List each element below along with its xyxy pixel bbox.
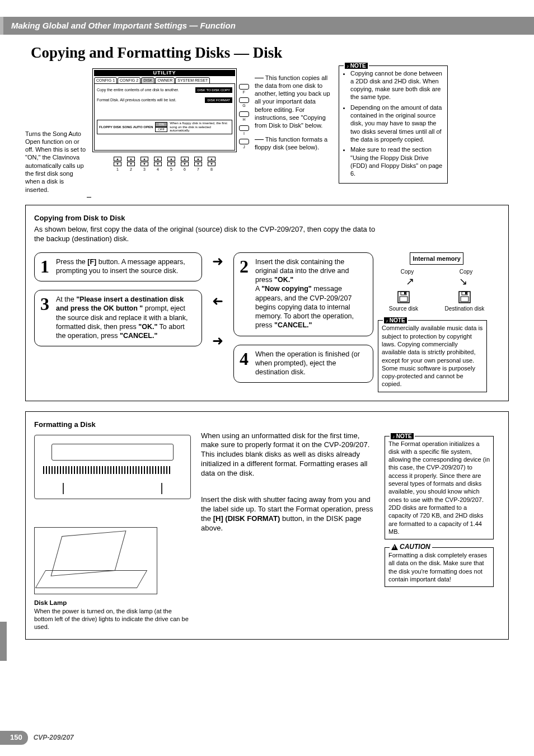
function-descriptions: This function copies all the data from o…	[255, 68, 333, 157]
tab-system-reset[interactable]: SYSTEM RESET	[175, 77, 210, 84]
btn-3-up[interactable]: ▲	[140, 157, 148, 161]
svg-rect-7	[461, 297, 469, 302]
flow-arrows	[207, 252, 229, 350]
btn-1-down[interactable]: ▼	[114, 162, 121, 166]
copy-section-intro: As shown below, first copy the data of t…	[34, 225, 381, 244]
btn-2-down[interactable]: ▼	[127, 162, 135, 166]
btn-1-up[interactable]: ▲	[114, 157, 121, 161]
piano-illustration	[34, 435, 191, 499]
caution-text: Formatting a disk completely erases all …	[388, 551, 490, 583]
source-disk-label: Source disk	[389, 305, 418, 312]
step-3: 3 At the "Please insert a destination di…	[34, 290, 202, 346]
btn-2-up[interactable]: ▲	[127, 157, 135, 161]
disk-format-desc: Format Disk. All previous contents will …	[97, 98, 176, 102]
disk-copy-desc: Copy the entire contents of one disk to …	[97, 88, 179, 92]
btn-6-up[interactable]: ▲	[181, 157, 189, 161]
auto-open-label: FLOPPY DISK SONG AUTO OPEN	[99, 125, 153, 129]
page-number: 150	[0, 731, 28, 745]
disk-to-disk-copy-button[interactable]: DISK TO DISK COPY	[195, 87, 232, 93]
caution-box: CAUTION Formatting a disk completely era…	[385, 547, 494, 587]
copy-section-title: Copying from Disk to Disk	[34, 214, 502, 223]
note-item: Make sure to read the section "Using the…	[350, 145, 444, 177]
side-button-f[interactable]	[239, 84, 249, 90]
btn-4-up[interactable]: ▲	[154, 157, 162, 161]
tab-config2[interactable]: CONFIG 2	[118, 77, 140, 84]
tab-owner[interactable]: OWNER	[155, 77, 175, 84]
disk-lamp-title: Disk Lamp	[34, 599, 191, 607]
auto-open-on[interactable]: ON	[155, 122, 167, 127]
copy-label: Copy	[401, 268, 414, 275]
note-box-top: ♪ NOTE Copying cannot be done between a …	[339, 65, 448, 184]
note-box-format: ♪ NOTE The Format operation initializes …	[385, 436, 494, 540]
btn-7-down[interactable]: ▼	[194, 162, 202, 166]
arrow-up-icon: ↗	[406, 275, 414, 288]
svg-rect-6	[465, 292, 467, 294]
btn-5-up[interactable]: ▲	[167, 157, 175, 161]
side-button-g[interactable]	[239, 97, 249, 103]
svg-rect-2	[404, 292, 406, 294]
step-number: 1	[40, 257, 51, 276]
arrow-left-icon	[212, 292, 223, 309]
disk-drive-illustration	[34, 527, 157, 594]
btn-8-down[interactable]: ▼	[208, 162, 216, 166]
btn-5-down[interactable]: ▼	[167, 162, 175, 166]
side-button-h[interactable]	[239, 111, 249, 117]
step-number: 3	[40, 295, 51, 340]
btn-6-down[interactable]: ▼	[181, 162, 189, 166]
format-function-desc: This function formats a floppy disk (see…	[255, 136, 327, 151]
utility-title: UTILITY	[94, 70, 235, 77]
floppy-icon	[458, 290, 471, 304]
copy-function-desc: This function copies all the data from o…	[255, 74, 330, 129]
page-footer: 150 CVP-209/207	[0, 731, 74, 745]
format-disk-section: Formatting a Disk Disk Lamp When the pow…	[25, 411, 509, 640]
step-number: 2	[240, 257, 251, 330]
floppy-icon	[397, 290, 410, 304]
btn-7-up[interactable]: ▲	[194, 157, 202, 161]
auto-open-off[interactable]: OFF	[155, 127, 167, 132]
note-copy-text: Commercially available music data is sub…	[382, 324, 483, 388]
side-button-j[interactable]	[239, 139, 249, 144]
note-box-copy: ♪ NOTE Commercially available music data…	[378, 320, 487, 392]
tab-disk[interactable]: DISK	[141, 77, 154, 84]
internal-memory-box: Internal memory	[410, 252, 463, 265]
copy-disk-section: Copying from Disk to Disk As shown below…	[25, 205, 509, 401]
chapter-header: Making Global and Other Important Settin…	[0, 17, 534, 35]
svg-rect-3	[400, 297, 407, 302]
page-title: Copying and Formatting Disks — Disk	[31, 43, 509, 63]
dest-disk-label: Destination disk	[445, 305, 485, 312]
tab-config1[interactable]: CONFIG 1	[94, 77, 117, 84]
step-2: 2 Insert the disk containing the origina…	[233, 252, 373, 336]
note-item: Copying cannot be done between a 2DD dis…	[350, 69, 444, 101]
arrow-down-icon: ↘	[459, 275, 467, 288]
step-number: 4	[240, 350, 251, 377]
step-1: 1 Press the [F] button. A message appear…	[34, 252, 202, 282]
format-instructions: Insert the disk with shutter facing away…	[201, 495, 374, 533]
auto-open-desc: When a floppy disk is inserted, the firs…	[170, 121, 230, 133]
step-4: 4 When the operation is finished (or whe…	[233, 345, 373, 383]
model-label: CVP-209/207	[34, 734, 74, 743]
side-tab	[0, 622, 7, 661]
note-item: Depending on the amount of data containe…	[350, 104, 444, 143]
arrow-right-icon	[212, 332, 223, 349]
btn-4-down[interactable]: ▼	[154, 162, 162, 166]
copy-label: Copy	[460, 268, 472, 275]
note-format-text: The Format operation initializes a disk …	[388, 440, 490, 536]
format-intro: When using an unformatted disk for the f…	[201, 431, 374, 478]
utility-screen: UTILITY CONFIG 1 CONFIG 2 DISK OWNER SYS…	[92, 68, 249, 172]
disk-format-button[interactable]: DISK FORMAT	[205, 97, 232, 103]
arrow-right-icon	[212, 252, 223, 270]
bottom-buttons: ▲▼1 ▲▼2 ▲▼3 ▲▼4 ▲▼5 ▲▼6 ▲▼7 ▲▼8	[92, 157, 237, 172]
song-auto-open-description: Turns the Song Auto Open function on or …	[25, 68, 87, 194]
warning-icon	[391, 544, 398, 550]
btn-8-up[interactable]: ▲	[208, 157, 216, 161]
format-section-title: Formatting a Disk	[34, 420, 502, 430]
side-button-i[interactable]	[239, 125, 249, 131]
disk-lamp-desc: When the power is turned on, the disk la…	[34, 607, 191, 631]
btn-3-down[interactable]: ▼	[140, 162, 148, 166]
